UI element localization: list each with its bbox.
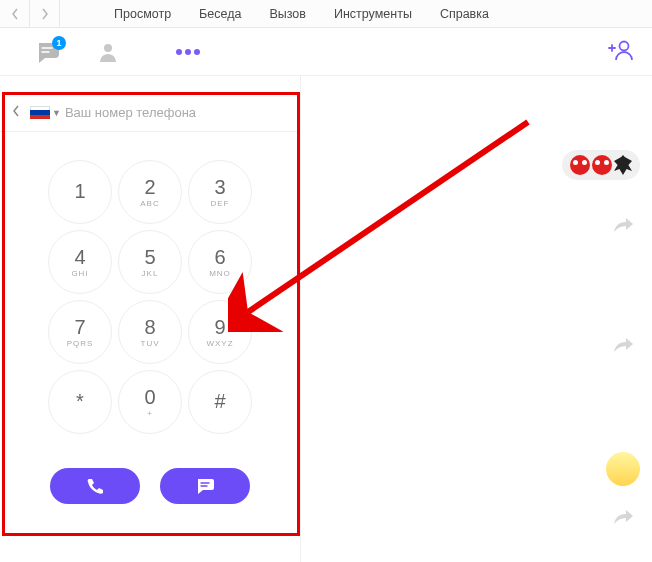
forward-icon[interactable] bbox=[614, 508, 634, 528]
tab-chats[interactable]: 1 bbox=[18, 40, 78, 64]
key-0[interactable]: 0+ bbox=[118, 370, 182, 434]
dial-keypad: 1 2ABC 3DEF 4GHI 5JKL 6MNO 7PQRS 8TUV 9W… bbox=[0, 160, 300, 434]
forward-icon[interactable] bbox=[614, 216, 634, 236]
country-dropdown-icon[interactable]: ▼ bbox=[52, 108, 61, 118]
sticker-message[interactable] bbox=[562, 150, 640, 180]
spiderman-sticker-icon bbox=[592, 155, 612, 175]
collapse-icon[interactable] bbox=[8, 105, 24, 120]
tab-more[interactable] bbox=[158, 48, 218, 56]
menu-chat[interactable]: Беседа bbox=[185, 0, 255, 28]
add-contact-button[interactable] bbox=[608, 39, 634, 65]
spiderman-sticker-icon bbox=[570, 155, 590, 175]
key-2-digit: 2 bbox=[144, 177, 155, 197]
menu-tools[interactable]: Инструменты bbox=[320, 0, 426, 28]
key-3-digit: 3 bbox=[214, 177, 225, 197]
key-0-digit: 0 bbox=[144, 387, 155, 407]
key-6-letters: MNO bbox=[209, 269, 231, 278]
phone-number-input[interactable] bbox=[65, 105, 292, 120]
svg-point-2 bbox=[185, 49, 191, 55]
message-icon bbox=[196, 477, 214, 495]
key-9-letters: WXYZ bbox=[206, 339, 233, 348]
key-hash[interactable]: # bbox=[188, 370, 252, 434]
dial-actions bbox=[0, 468, 300, 504]
key-7-letters: PQRS bbox=[67, 339, 94, 348]
chat-panel bbox=[300, 76, 652, 562]
key-star-digit: * bbox=[76, 391, 84, 411]
key-0-letters: + bbox=[147, 409, 153, 418]
svg-point-3 bbox=[194, 49, 200, 55]
menu-help[interactable]: Справка bbox=[426, 0, 503, 28]
phone-icon bbox=[86, 477, 104, 495]
key-5-letters: JKL bbox=[142, 269, 159, 278]
key-4[interactable]: 4GHI bbox=[48, 230, 112, 294]
key-5[interactable]: 5JKL bbox=[118, 230, 182, 294]
key-3[interactable]: 3DEF bbox=[188, 160, 252, 224]
forward-icon[interactable] bbox=[614, 336, 634, 356]
key-6[interactable]: 6MNO bbox=[188, 230, 252, 294]
emoji-message[interactable] bbox=[606, 452, 640, 486]
nav-forward-button[interactable] bbox=[30, 0, 60, 28]
message-button[interactable] bbox=[160, 468, 250, 504]
dialpad-panel: ▼ 1 2ABC 3DEF 4GHI 5JKL 6MNO 7PQRS 8TUV … bbox=[0, 76, 300, 562]
key-9-digit: 9 bbox=[214, 317, 225, 337]
key-5-digit: 5 bbox=[144, 247, 155, 267]
unread-badge: 1 bbox=[52, 36, 66, 50]
svg-point-0 bbox=[104, 44, 112, 52]
title-bar: Просмотр Беседа Вызов Инструменты Справк… bbox=[0, 0, 652, 28]
svg-point-1 bbox=[176, 49, 182, 55]
key-8-letters: TUV bbox=[141, 339, 160, 348]
key-star[interactable]: * bbox=[48, 370, 112, 434]
key-8[interactable]: 8TUV bbox=[118, 300, 182, 364]
key-2-letters: ABC bbox=[140, 199, 159, 208]
nav-back-button[interactable] bbox=[0, 0, 30, 28]
tab-bar: 1 bbox=[0, 28, 652, 76]
menu-view[interactable]: Просмотр bbox=[100, 0, 185, 28]
key-3-letters: DEF bbox=[211, 199, 230, 208]
phone-input-row: ▼ bbox=[0, 94, 300, 132]
batman-sticker-icon bbox=[614, 155, 632, 175]
key-1[interactable]: 1 bbox=[48, 160, 112, 224]
key-hash-digit: # bbox=[214, 391, 225, 411]
main-menu: Просмотр Беседа Вызов Инструменты Справк… bbox=[60, 0, 503, 28]
key-2[interactable]: 2ABC bbox=[118, 160, 182, 224]
key-4-letters: GHI bbox=[71, 269, 88, 278]
key-4-digit: 4 bbox=[74, 247, 85, 267]
svg-point-4 bbox=[620, 41, 629, 50]
key-1-digit: 1 bbox=[74, 181, 85, 201]
tab-contacts[interactable] bbox=[78, 41, 138, 63]
key-7[interactable]: 7PQRS bbox=[48, 300, 112, 364]
key-8-digit: 8 bbox=[144, 317, 155, 337]
key-6-digit: 6 bbox=[214, 247, 225, 267]
menu-call[interactable]: Вызов bbox=[255, 0, 320, 28]
main-area: ▼ 1 2ABC 3DEF 4GHI 5JKL 6MNO 7PQRS 8TUV … bbox=[0, 76, 652, 562]
key-7-digit: 7 bbox=[74, 317, 85, 337]
country-flag-russia[interactable] bbox=[30, 106, 50, 120]
key-9[interactable]: 9WXYZ bbox=[188, 300, 252, 364]
call-button[interactable] bbox=[50, 468, 140, 504]
